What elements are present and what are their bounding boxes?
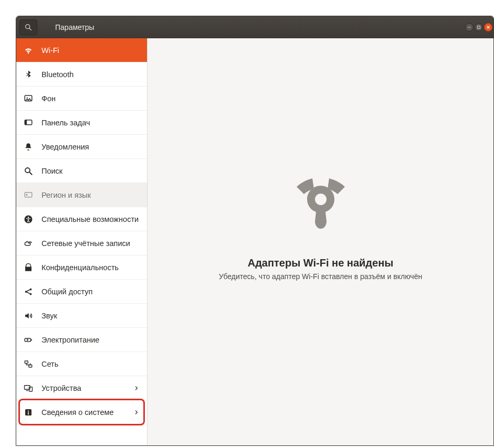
- dock-icon: [24, 118, 33, 127]
- sidebar-item-label: Bluetooth: [41, 70, 73, 79]
- sidebar-item-label: Звук: [41, 312, 57, 320]
- chevron-right-icon: [133, 385, 140, 391]
- sidebar-item-about[interactable]: Сведения о системе: [16, 400, 147, 424]
- sidebar-item-label: Специальные возможности: [41, 215, 139, 223]
- close-button[interactable]: [484, 23, 492, 31]
- svg-rect-22: [31, 339, 32, 340]
- minimize-icon: [467, 25, 471, 29]
- sidebar-item-label: Сеть: [41, 360, 58, 368]
- sidebar-item-online-accounts[interactable]: Сетевые учётные записи: [16, 231, 147, 255]
- svg-point-13: [26, 194, 27, 195]
- sidebar-item-label: Общий доступ: [41, 287, 92, 296]
- chevron-right-icon: [133, 409, 140, 415]
- svg-line-1: [29, 28, 31, 30]
- svg-rect-12: [25, 192, 32, 197]
- svg-point-15: [28, 217, 29, 218]
- sidebar-item-label: Панель задач: [41, 119, 90, 127]
- content-area: Адаптеры Wi-Fi не найдены Убедитесь, что…: [148, 38, 493, 445]
- settings-window: Параметры Wi-Fi: [16, 16, 494, 446]
- sidebar: Wi-Fi Bluetooth Фон Панель задач: [16, 38, 148, 445]
- sidebar-item-label: Фон: [41, 94, 56, 103]
- maximize-button[interactable]: [475, 23, 483, 31]
- sidebar-item-power[interactable]: Электропитание: [16, 328, 147, 352]
- search-icon: [24, 23, 33, 31]
- svg-point-31: [315, 194, 327, 205]
- svg-point-0: [26, 25, 30, 29]
- sidebar-item-region[interactable]: Регион и язык: [16, 183, 147, 207]
- svg-line-11: [29, 172, 32, 175]
- sidebar-item-label: Сетевые учётные записи: [41, 239, 130, 248]
- svg-rect-30: [28, 412, 29, 414]
- info-icon: [24, 408, 33, 417]
- maximize-icon: [477, 25, 481, 29]
- region-icon: [24, 190, 33, 200]
- empty-state-title: Адаптеры Wi-Fi не найдены: [248, 257, 394, 269]
- svg-rect-23: [25, 361, 28, 364]
- sidebar-item-label: Регион и язык: [41, 191, 91, 199]
- sidebar-item-label: Электропитание: [41, 336, 99, 344]
- sidebar-item-accessibility[interactable]: Специальные возможности: [16, 207, 147, 231]
- svg-rect-3: [478, 26, 480, 29]
- window-title: Параметры: [55, 23, 94, 31]
- sidebar-item-sound[interactable]: Звук: [16, 304, 147, 328]
- wifi-icon: [24, 46, 33, 55]
- no-adapter-icon: [279, 162, 363, 246]
- minimize-button[interactable]: [465, 23, 474, 31]
- bell-icon: [24, 142, 33, 152]
- bluetooth-icon: [24, 70, 33, 79]
- svg-rect-17: [26, 267, 31, 271]
- svg-point-16: [29, 241, 31, 243]
- privacy-icon: [24, 263, 33, 272]
- empty-state-subtitle: Убедитесь, что адаптер Wi-Fi вставлен в …: [219, 272, 422, 281]
- sidebar-item-label: Устройства: [41, 384, 81, 392]
- svg-point-7: [27, 97, 28, 98]
- sidebar-item-background[interactable]: Фон: [16, 87, 147, 111]
- close-icon: [486, 25, 490, 29]
- accessibility-icon: [24, 215, 33, 224]
- sidebar-item-wifi[interactable]: Wi-Fi: [16, 38, 147, 62]
- sidebar-item-label: Поиск: [41, 167, 62, 175]
- sidebar-item-dock[interactable]: Панель задач: [16, 111, 147, 135]
- sidebar-item-sharing[interactable]: Общий доступ: [16, 280, 147, 304]
- cloud-key-icon: [24, 239, 33, 248]
- background-icon: [24, 94, 33, 103]
- svg-rect-9: [25, 120, 27, 124]
- search-button[interactable]: [19, 19, 37, 35]
- sidebar-item-bluetooth[interactable]: Bluetooth: [16, 62, 147, 87]
- search-small-icon: [24, 166, 33, 176]
- sidebar-item-network[interactable]: Сеть: [16, 352, 147, 376]
- share-icon: [24, 287, 33, 296]
- window-body: Wi-Fi Bluetooth Фон Панель задач: [16, 38, 493, 445]
- window-controls: [465, 23, 493, 31]
- sidebar-item-devices[interactable]: Устройства: [16, 376, 147, 400]
- titlebar: Параметры: [16, 16, 493, 38]
- power-icon: [24, 335, 33, 345]
- sidebar-item-label: Уведомления: [41, 143, 89, 151]
- sidebar-item-label: Конфиденциальность: [41, 263, 119, 272]
- sidebar-item-label: Wi-Fi: [41, 46, 59, 55]
- sidebar-item-search[interactable]: Поиск: [16, 159, 147, 183]
- devices-icon: [24, 383, 33, 393]
- sidebar-item-notifications[interactable]: Уведомления: [16, 135, 147, 159]
- svg-point-29: [28, 410, 29, 411]
- network-icon: [24, 359, 33, 369]
- sidebar-item-privacy[interactable]: Конфиденциальность: [16, 255, 147, 280]
- sidebar-item-label: Сведения о системе: [41, 408, 114, 417]
- sound-icon: [24, 311, 33, 321]
